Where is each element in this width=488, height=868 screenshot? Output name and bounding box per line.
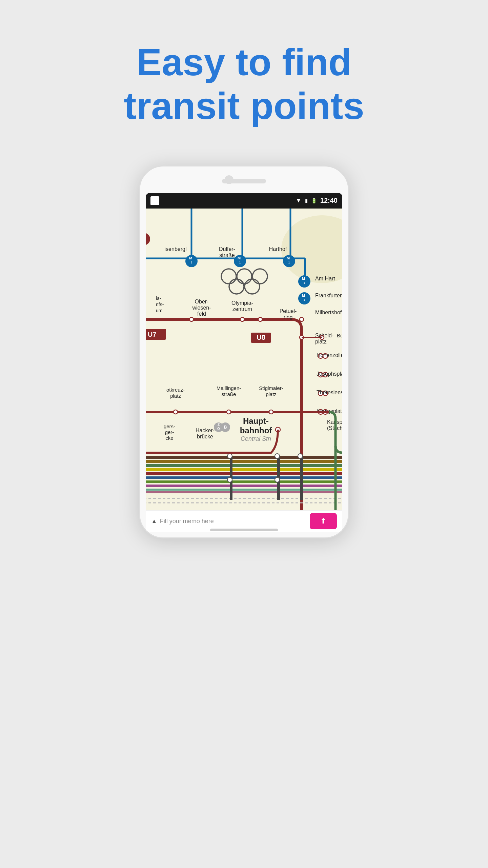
svg-text:platz: platz	[170, 393, 181, 399]
svg-text:Scheid-: Scheid-	[315, 333, 333, 338]
svg-text:isenbergl: isenbergl	[165, 246, 187, 252]
svg-text:M: M	[287, 256, 290, 260]
transit-map[interactable]: U7	[146, 209, 342, 510]
svg-rect-60	[146, 485, 342, 487]
svg-text:Josephsplatz: Josephsplatz	[317, 371, 342, 377]
phone-speaker	[222, 179, 266, 183]
status-right: ▼ ▮ 🔋 12:40	[296, 197, 338, 204]
svg-text:gers-: gers-	[164, 423, 175, 429]
status-left	[150, 196, 159, 205]
svg-text:Stiglmaier-: Stiglmaier-	[259, 385, 283, 391]
svg-rect-57	[146, 472, 342, 475]
svg-text:Ober-: Ober-	[195, 299, 209, 304]
phone-frame: ▼ ▮ 🔋 12:40	[139, 165, 349, 538]
svg-text:wiesen-: wiesen-	[192, 305, 211, 311]
svg-point-37	[189, 317, 194, 321]
svg-text:straße: straße	[219, 252, 235, 258]
svg-text:feld: feld	[197, 311, 206, 317]
svg-text:Am Hart: Am Hart	[315, 276, 335, 281]
status-bar: ▼ ▮ 🔋 12:40	[146, 193, 342, 209]
svg-text:Hohenzollern: Hohenzollern	[317, 352, 342, 358]
page-background: Easy to find transit points ▼ ▮ 🔋 12:40	[0, 0, 488, 868]
svg-point-40	[300, 317, 304, 321]
battery-icon: 🔋	[311, 198, 317, 203]
svg-rect-54	[146, 460, 342, 463]
svg-rect-67	[300, 456, 303, 500]
svg-point-69	[227, 454, 232, 458]
svg-text:Dülfer-: Dülfer-	[219, 246, 235, 252]
memo-placeholder-text[interactable]: Fill your memo here	[160, 518, 214, 525]
svg-point-39	[258, 317, 262, 321]
svg-text:ring: ring	[284, 314, 293, 320]
svg-text:U7: U7	[148, 331, 157, 338]
svg-text:ger-: ger-	[165, 429, 174, 435]
svg-rect-55	[146, 464, 342, 467]
svg-rect-58	[146, 476, 342, 479]
svg-text:ia-: ia-	[156, 296, 161, 301]
svg-text:B: B	[224, 425, 227, 430]
svg-rect-59	[146, 480, 342, 483]
svg-text:um: um	[156, 308, 162, 313]
share-icon: ⬆	[320, 517, 326, 526]
svg-text:Petuel-: Petuel-	[280, 308, 297, 314]
svg-point-71	[298, 454, 303, 458]
share-button[interactable]: ⬆	[310, 513, 337, 529]
page-headline: Easy to find transit points	[92, 41, 396, 128]
phone-screen: ▼ ▮ 🔋 12:40	[146, 193, 342, 532]
memo-expand-arrow[interactable]: ▲	[151, 518, 157, 525]
svg-text:1: 1	[303, 281, 305, 284]
svg-text:zentrum: zentrum	[232, 306, 252, 312]
svg-text:M: M	[238, 256, 241, 260]
svg-text:Milbertshofer: Milbertshofer	[315, 310, 342, 315]
svg-rect-61	[146, 489, 342, 491]
svg-text:1: 1	[288, 261, 290, 264]
svg-point-117	[269, 410, 273, 414]
svg-text:Frankfurter R: Frankfurter R	[315, 293, 342, 298]
svg-text:M: M	[302, 276, 305, 280]
svg-text:Hacker-: Hacker-	[196, 428, 215, 433]
svg-text:U8: U8	[257, 334, 265, 341]
svg-text:platz: platz	[315, 339, 327, 344]
signal-icon: ▮	[305, 198, 308, 203]
wifi-icon: ▼	[296, 197, 302, 204]
svg-point-116	[227, 410, 231, 414]
svg-text:M: M	[189, 256, 192, 260]
svg-text:platz: platz	[266, 391, 277, 397]
svg-text:otkreuz-: otkreuz-	[166, 387, 185, 393]
svg-text:Z: Z	[218, 423, 220, 427]
svg-text:O: O	[217, 427, 220, 431]
svg-point-72	[227, 477, 232, 482]
svg-text:Haupt-: Haupt-	[243, 416, 269, 426]
svg-rect-56	[146, 468, 342, 471]
svg-point-73	[275, 477, 280, 482]
svg-text:nfs-: nfs-	[156, 302, 164, 307]
svg-text:1: 1	[239, 261, 241, 264]
svg-text:1: 1	[303, 298, 305, 301]
svg-text:Maillingen-: Maillingen-	[217, 385, 241, 391]
svg-point-115	[174, 410, 178, 414]
svg-text:cke: cke	[165, 435, 173, 441]
svg-text:Harthof: Harthof	[269, 246, 287, 252]
memo-area[interactable]: ▲ Fill your memo here	[151, 518, 310, 525]
svg-text:Theresiensttr: Theresiensttr	[317, 390, 342, 395]
svg-text:brücke: brücke	[197, 434, 213, 439]
svg-text:Bo...: Bo...	[337, 333, 342, 338]
svg-text:bahnhof: bahnhof	[240, 426, 272, 435]
svg-text:Central Stn: Central Stn	[241, 435, 271, 442]
svg-rect-62	[146, 491, 342, 493]
svg-point-38	[240, 317, 244, 321]
svg-text:Olympia-: Olympia-	[231, 300, 253, 306]
svg-text:M: M	[302, 293, 305, 297]
svg-rect-53	[146, 456, 342, 459]
svg-text:1: 1	[190, 261, 192, 264]
home-indicator	[210, 529, 278, 531]
svg-text:straße: straße	[222, 391, 236, 397]
notification-icon	[150, 196, 159, 205]
svg-point-70	[275, 454, 280, 458]
time-display: 12:40	[320, 197, 338, 204]
